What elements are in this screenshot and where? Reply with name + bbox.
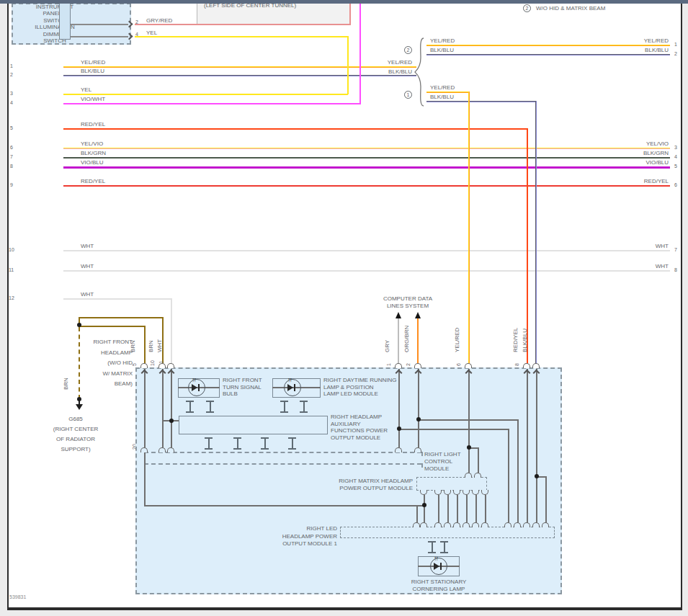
connector-arc <box>167 447 174 452</box>
right-pin: 2 <box>674 51 677 57</box>
wire-wht <box>63 270 670 272</box>
led-module-label: RIGHT LED HEADLAMP POWER OUTPUT MODULE 1 <box>251 525 337 548</box>
wire-gry-red <box>135 24 351 25</box>
lcm-label: RIGHT LIGHT CONTROL MODULE <box>424 451 461 473</box>
wire-label: YEL <box>81 86 91 94</box>
wire-label: WHT <box>612 263 669 270</box>
headlamp-line: RIGHT FRONT <box>66 337 133 348</box>
label-line: LAMP LED MODULE <box>323 390 396 398</box>
connector-arc <box>523 522 530 527</box>
headlamp-line: HEADLAMP <box>66 348 133 359</box>
wire-vio-blu <box>63 166 670 169</box>
wire-label-vert: BRN <box>148 340 154 352</box>
wire-label-vert: WHT <box>156 339 163 352</box>
wire-label: YEL/RED <box>430 37 455 45</box>
wire-label: YEL/RED <box>357 59 412 66</box>
wire-label: RED/YEL <box>612 178 669 185</box>
right-pin: 8 <box>674 267 677 273</box>
int-wire <box>162 369 164 452</box>
arrow-up-icon <box>415 312 421 318</box>
label-line: RIGHT LED <box>251 525 337 533</box>
connector-arc <box>395 447 402 452</box>
led-arrows-icon: ↑↑ <box>192 376 195 383</box>
arrow-up-icon <box>396 312 401 318</box>
label-line: MODULE <box>424 465 461 473</box>
wiring-diagram: (LEFT SIDE OF CENTER TUNNEL) 2 W/O HID &… <box>0 0 688 616</box>
connector-arc <box>395 363 402 368</box>
wire-red-yel <box>63 185 670 187</box>
diode-bar <box>440 563 442 570</box>
wire-label-vert: ORG/BRN <box>403 326 410 352</box>
lcm-boundary-stub <box>421 463 423 468</box>
wire-yel <box>63 94 348 95</box>
int-wire <box>418 369 419 452</box>
computer-data-line2: LINES SYSTEM <box>365 303 451 310</box>
connector-arc <box>420 522 427 527</box>
wire-label: YEL/RED <box>430 84 455 91</box>
label-line: OUTPUT MODULE 1 <box>251 540 337 548</box>
connector-arc <box>504 522 511 527</box>
wire-vio-wht <box>63 103 360 104</box>
connector-arc <box>414 447 421 452</box>
junction-dot <box>535 474 539 478</box>
label-line: RIGHT DAYTIME RUNNING <box>323 377 396 384</box>
wire-label: BLK/BLU <box>430 47 454 54</box>
wire-yel-red <box>426 91 470 93</box>
splice-marker-1: 1 <box>404 91 412 99</box>
int-wire <box>466 491 468 527</box>
connector-arc <box>532 522 540 527</box>
drl-module-label: RIGHT DAYTIME RUNNING LAMP & POSITION LA… <box>323 377 396 398</box>
wire-brn <box>79 317 164 318</box>
int-wire <box>485 491 486 527</box>
inline-connector-icon <box>206 401 214 413</box>
wire-brn-vert <box>144 326 146 367</box>
wire-wht <box>63 250 670 251</box>
wire-gry-red-vert <box>349 0 351 25</box>
left-pin: 8 <box>10 164 13 169</box>
label-line: BULB <box>223 390 262 398</box>
wire-label: VIO/BLU <box>612 159 669 166</box>
ground-loc: SUPPORT) <box>40 445 112 455</box>
left-pin: 2 <box>10 72 13 78</box>
left-pin: 3 <box>10 91 13 97</box>
label-line: TURN SIGNAL <box>223 384 262 391</box>
headlamp-line: (W/O HID <box>66 358 133 369</box>
int-wire <box>517 419 519 527</box>
headlamp-label: RIGHT FRONT HEADLAMP (W/O HID W/ MATRIX … <box>66 337 133 390</box>
int-wire <box>438 491 439 527</box>
note-text: W/O HID & MATRIX BEAM <box>536 5 605 12</box>
wire-gry-vert <box>398 318 399 367</box>
wire-wht <box>63 298 172 300</box>
led-arrows-icon: ↑↑ <box>434 555 437 562</box>
junction-dot <box>467 445 471 450</box>
wire-label: VIO/WHT <box>81 96 105 103</box>
wire-label: YEL/RED <box>612 37 669 45</box>
inline-connector-icon <box>186 401 194 413</box>
junction-dot <box>422 503 426 507</box>
label-line: LAMP & POSITION <box>323 384 396 391</box>
wire-label: WHT <box>612 243 669 250</box>
inline-connector-icon <box>440 541 448 553</box>
lcm-boundary-lower <box>144 463 421 465</box>
wire-label: BLK/GRN <box>612 150 669 157</box>
connector-arc <box>414 363 421 368</box>
left-pin: 10 <box>9 247 14 253</box>
label-line: RIGHT STATIONARY <box>396 579 482 586</box>
connector-arc <box>140 363 148 368</box>
lcm-boundary-upper <box>144 452 421 453</box>
entry-pin: 6 <box>456 363 462 366</box>
connector-arc <box>463 522 470 527</box>
connector-arc <box>532 363 540 368</box>
wire-label: YEL/VIO <box>612 140 669 148</box>
wire-blk-grn <box>63 157 670 159</box>
right-pin: 3 <box>674 145 677 151</box>
label-line: CORNERING LAMP <box>396 586 482 593</box>
connector-arc <box>465 363 472 368</box>
label-line: CONTROL <box>424 458 461 465</box>
inline-connector-icon <box>288 437 296 450</box>
connector-arc <box>140 447 148 452</box>
wire-yel-red-vert <box>468 91 470 367</box>
connector-arc <box>158 363 166 368</box>
int-wire <box>424 491 425 527</box>
ground-loc: OF RADIATOR <box>40 434 112 445</box>
